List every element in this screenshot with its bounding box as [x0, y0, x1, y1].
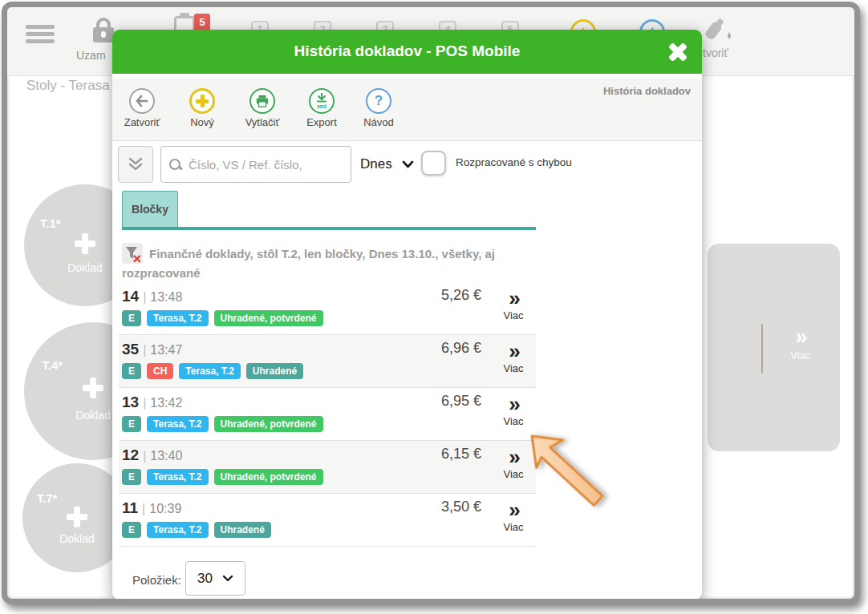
- badge-row: ECHTerasa, T.2Uhradené: [122, 363, 303, 379]
- more-button[interactable]: »Viac: [493, 289, 534, 321]
- lock-label: Uzam: [76, 49, 106, 62]
- close-icon[interactable]: [667, 41, 689, 63]
- document-number-time: 12|13:40: [122, 446, 182, 464]
- new-button[interactable]: Nový: [176, 88, 229, 128]
- status-badge: Uhradené: [246, 363, 303, 379]
- badge-row: ETerasa, T.2Uhradené, potvrdené: [122, 416, 323, 432]
- more-label: Viac: [493, 415, 534, 427]
- more-button[interactable]: »Viac: [493, 447, 534, 480]
- double-chevron-down-icon: [128, 157, 144, 172]
- more-label: Viac: [493, 468, 534, 480]
- history-modal: História dokladov - POS Mobile Zatvoriť …: [112, 30, 702, 600]
- status-badge: Terasa, T.2: [179, 363, 240, 379]
- printer-icon: [249, 88, 275, 114]
- status-badge: Terasa, T.2: [147, 522, 208, 538]
- document-price: 5,26 €: [441, 287, 481, 304]
- filter-summary-text: Finančné doklady, stôl T.2, len bločky, …: [122, 247, 495, 280]
- more-label: Viac: [493, 309, 534, 321]
- document-row: 14|13:48ETerasa, T.2Uhradené, potvrdené5…: [119, 282, 536, 335]
- close-button[interactable]: Zatvoriť: [116, 88, 168, 128]
- modal-title: História dokladov - POS Mobile: [112, 42, 702, 60]
- filter-clear-icon[interactable]: [122, 243, 143, 264]
- items-per-page-value: 30: [197, 571, 213, 587]
- modal-header: História dokladov - POS Mobile: [112, 30, 702, 74]
- status-badge: Uhradené: [214, 522, 271, 538]
- document-price: 6,96 €: [441, 340, 481, 357]
- tab-blocky[interactable]: Bločky: [122, 191, 178, 228]
- plus-icon: [189, 88, 215, 114]
- document-number-time: 14|13:48: [122, 288, 182, 305]
- more-button[interactable]: »Viac: [493, 394, 534, 427]
- export-xml-icon: xml: [309, 88, 335, 114]
- filter-summary: Finančné doklady, stôl T.2, len bločky, …: [122, 243, 527, 282]
- items-per-page-select[interactable]: 30: [185, 561, 245, 596]
- status-badge: Uhradené, potvrdené: [214, 469, 323, 485]
- status-badge: CH: [147, 363, 173, 379]
- table-name: T.1*: [40, 216, 61, 230]
- side-more-label: Viac: [778, 349, 823, 362]
- badge-row: ETerasa, T.2Uhradené, potvrdené: [122, 310, 323, 326]
- error-filter-checkbox[interactable]: [421, 151, 446, 176]
- document-number-time: 35|13:47: [122, 341, 182, 358]
- double-chevron-right-icon: »: [509, 445, 517, 469]
- items-per-page-label: Položiek:: [132, 573, 181, 587]
- double-chevron-right-icon: »: [509, 498, 517, 522]
- badge-row: ETerasa, T.2Uhradené: [122, 522, 271, 538]
- status-badge: E: [122, 310, 141, 326]
- window-frame: Uzam 5 12345 + + tvoriť Stoly - Terasa T…: [2, 2, 860, 604]
- more-label: Viac: [493, 362, 534, 374]
- document-row: 13|13:42ETerasa, T.2Uhradené, potvrdené6…: [119, 388, 536, 441]
- period-value: Dnes: [360, 156, 392, 172]
- document-price: 6,95 €: [441, 393, 481, 410]
- open-bottle-icon[interactable]: [704, 18, 736, 45]
- back-arrow-icon: [129, 88, 155, 114]
- chevron-down-icon: [222, 575, 233, 582]
- divider: [761, 324, 763, 374]
- print-button[interactable]: Vytlačiť: [236, 88, 289, 128]
- status-badge: Terasa, T.2: [147, 310, 208, 326]
- double-chevron-right-icon: »: [509, 339, 517, 363]
- search-box: [160, 146, 351, 183]
- chevron-down-icon: [402, 160, 414, 168]
- document-number-time: 11|10:39: [122, 499, 181, 517]
- table-name: T.4*: [42, 358, 63, 372]
- plus-icon: [83, 378, 103, 398]
- question-icon: ?: [366, 88, 391, 114]
- status-badge: Uhradené, potvrdené: [214, 416, 323, 432]
- document-list: 14|13:48ETerasa, T.2Uhradené, potvrdené5…: [119, 282, 536, 547]
- more-label: Viac: [493, 521, 534, 533]
- document-row: 11|10:39ETerasa, T.2Uhradené3,50 €»Viac: [119, 494, 536, 547]
- side-panel: » Viac: [708, 244, 840, 451]
- badge-row: ETerasa, T.2Uhradené, potvrdené: [122, 469, 323, 485]
- error-filter-label: Rozpracované s chybou: [456, 156, 572, 168]
- document-row: 35|13:47ECHTerasa, T.2Uhradené6,96 €»Via…: [119, 335, 536, 388]
- double-chevron-right-icon: »: [778, 325, 823, 348]
- status-badge: Terasa, T.2: [147, 416, 208, 432]
- status-badge: E: [122, 416, 141, 432]
- search-input[interactable]: [189, 158, 343, 172]
- help-button[interactable]: ? Návod: [352, 88, 405, 128]
- screenshot: Uzam 5 12345 + + tvoriť Stoly - Terasa T…: [0, 0, 868, 614]
- context-label: História dokladov: [603, 85, 691, 97]
- more-button[interactable]: »Viac: [493, 500, 534, 533]
- status-badge: E: [122, 363, 141, 379]
- export-button[interactable]: xml Export: [295, 88, 348, 128]
- status-badge: Terasa, T.2: [147, 469, 208, 485]
- tables-area: T.1*DokladT.4*DokladT.7*DokladT.10: [2, 88, 112, 604]
- plus-icon: [67, 507, 87, 527]
- status-badge: Uhradené, potvrdené: [214, 310, 323, 326]
- more-button[interactable]: »Viac: [493, 341, 534, 374]
- status-badge: E: [122, 522, 141, 538]
- double-chevron-right-icon: »: [509, 392, 517, 416]
- period-select[interactable]: Dnes: [355, 146, 419, 183]
- document-price: 3,50 €: [441, 499, 481, 515]
- modal-toolbar: Zatvoriť Nový Vytlačiť xml Expo: [112, 79, 702, 141]
- table-name: T.7*: [37, 491, 58, 505]
- document-row: 12|13:40ETerasa, T.2Uhradené, potvrdené6…: [119, 441, 536, 494]
- search-icon: [169, 159, 181, 171]
- document-number-time: 13|13:42: [122, 394, 182, 411]
- expand-filters-button[interactable]: [118, 146, 153, 183]
- tab-underline: [122, 227, 536, 230]
- side-more-button[interactable]: » Viac: [778, 325, 823, 362]
- plus-icon: [75, 233, 95, 254]
